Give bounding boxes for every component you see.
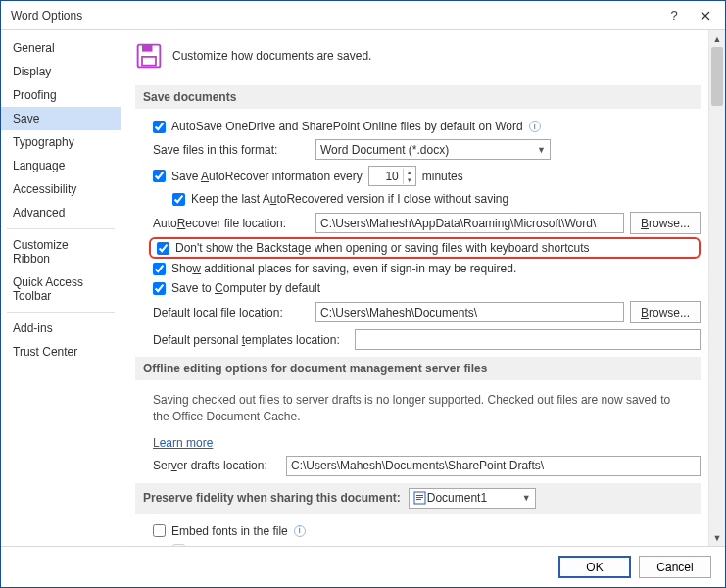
sidebar-item-advanced[interactable]: Advanced xyxy=(1,201,121,224)
sidebar-item-language[interactable]: Language xyxy=(1,154,121,177)
sidebar-item-addins[interactable]: Add-ins xyxy=(1,317,121,340)
server-drafts-input[interactable]: C:\Users\Mahesh\Documents\SharePoint Dra… xyxy=(286,456,701,476)
scroll-track[interactable] xyxy=(709,47,725,529)
sidebar-item-accessibility[interactable]: Accessibility xyxy=(1,177,121,201)
titlebar: Word Options ? xyxy=(1,1,725,30)
autorecover-loc-input[interactable]: C:\Users\Mahesh\AppData\Roaming\Microsof… xyxy=(315,213,624,233)
save-computer-label: Save to Computer by default xyxy=(171,281,320,295)
server-drafts-label: Server drafts location: xyxy=(153,459,280,472)
dialog-footer: OK Cancel xyxy=(1,546,725,587)
section-preserve: Preserve fidelity when sharing this docu… xyxy=(135,483,701,514)
scroll-thumb[interactable] xyxy=(711,47,723,106)
default-loc-browse-button[interactable]: Browse... xyxy=(630,301,701,323)
info-icon[interactable]: i xyxy=(529,121,541,132)
scroll-down-icon[interactable]: ▼ xyxy=(709,529,725,546)
autorecover-browse-button[interactable]: BBrowse...rowse... xyxy=(630,212,701,234)
sidebar-sep xyxy=(7,312,115,313)
additional-places-checkbox[interactable] xyxy=(153,263,166,275)
template-loc-input[interactable] xyxy=(355,329,701,350)
sidebar-item-qat[interactable]: Quick Access Toolbar xyxy=(1,270,121,308)
sidebar-item-typography[interactable]: Typography xyxy=(1,130,121,154)
info-icon[interactable]: i xyxy=(294,525,306,537)
chevron-down-icon: ▼ xyxy=(537,145,546,155)
save-icon xyxy=(135,42,163,70)
spinner-up-icon[interactable]: ▲ xyxy=(404,169,415,176)
format-value: Word Document (*.docx) xyxy=(320,143,449,157)
offline-body: Saving checked out files to server draft… xyxy=(135,388,701,433)
scroll-up-icon[interactable]: ▲ xyxy=(709,30,725,47)
svg-rect-2 xyxy=(142,57,156,66)
help-button[interactable]: ? xyxy=(658,2,690,29)
sidebar-item-proofing[interactable]: Proofing xyxy=(1,83,121,107)
additional-places-label: Show additional places for saving, even … xyxy=(171,262,516,275)
format-dropdown[interactable]: Word Document (*.docx) ▼ xyxy=(315,139,551,160)
autosave-label: AutoSave OneDrive and SharePoint Online … xyxy=(171,120,523,133)
autosave-checkbox[interactable] xyxy=(153,121,166,133)
content-pane: Customize how documents are saved. Save … xyxy=(121,30,708,546)
ok-button[interactable]: OK xyxy=(558,556,631,578)
backstage-checkbox[interactable] xyxy=(157,242,169,255)
learn-more-link[interactable]: Learn more xyxy=(153,436,213,450)
embed-fonts-checkbox[interactable] xyxy=(153,524,166,537)
minutes-suffix: minutes xyxy=(422,170,463,183)
svg-rect-1 xyxy=(142,45,153,52)
close-button[interactable] xyxy=(690,2,721,29)
keep-last-checkbox[interactable] xyxy=(172,193,185,206)
template-loc-label: Default personal templates location: xyxy=(153,333,349,347)
chevron-down-icon: ▼ xyxy=(522,493,531,503)
svg-rect-4 xyxy=(416,495,423,496)
sidebar-item-customize-ribbon[interactable]: Customize Ribbon xyxy=(1,233,121,270)
close-icon xyxy=(701,11,710,21)
sidebar-item-general[interactable]: General xyxy=(1,36,121,60)
spinner-down-icon[interactable]: ▼ xyxy=(404,176,415,184)
svg-rect-5 xyxy=(416,497,423,498)
keep-last-label: Keep the last AutoRecovered version if I… xyxy=(191,192,508,206)
autorecover-minutes-value: 10 xyxy=(369,170,403,183)
sidebar: General Display Proofing Save Typography… xyxy=(1,30,121,546)
document-icon xyxy=(413,491,427,505)
format-label: Save files in this format: xyxy=(153,143,310,157)
save-computer-checkbox[interactable] xyxy=(153,282,166,295)
vertical-scrollbar[interactable]: ▲ ▼ xyxy=(708,30,725,546)
autorecover-checkbox[interactable] xyxy=(153,170,166,182)
word-options-window: Word Options ? General Display Proofing … xyxy=(0,0,726,588)
cancel-button[interactable]: Cancel xyxy=(639,556,711,578)
sidebar-sep xyxy=(7,228,115,229)
window-title: Word Options xyxy=(11,9,82,23)
svg-rect-6 xyxy=(416,499,421,500)
default-loc-label: Default local file location: xyxy=(153,306,310,319)
page-header: Customize how documents are saved. xyxy=(135,36,701,81)
sidebar-item-trust-center[interactable]: Trust Center xyxy=(1,340,121,364)
preserve-doc-dropdown[interactable]: Document1 ▼ xyxy=(409,488,536,509)
section-offline: Offline editing options for document man… xyxy=(135,357,701,380)
default-loc-input[interactable]: C:\Users\Mahesh\Documents\ xyxy=(315,302,624,322)
preserve-title: Preserve fidelity when sharing this docu… xyxy=(143,491,401,505)
embed-fonts-label: Embed fonts in the file xyxy=(171,524,288,538)
page-subtitle: Customize how documents are saved. xyxy=(172,49,371,63)
section-save-documents: Save documents xyxy=(135,85,701,109)
autorecover-label: Save AutoRecover information every xyxy=(171,170,363,183)
backstage-label: Don't show the Backstage when opening or… xyxy=(175,241,590,255)
autorecover-minutes-spinner[interactable]: 10 ▲▼ xyxy=(368,166,416,186)
backstage-highlight: Don't show the Backstage when opening or… xyxy=(149,237,701,259)
preserve-doc-value: Document1 xyxy=(427,491,487,505)
autorecover-loc-label: AutoRecover file location: xyxy=(153,217,310,230)
sidebar-item-save[interactable]: Save xyxy=(1,107,121,130)
sidebar-item-display[interactable]: Display xyxy=(1,60,121,83)
